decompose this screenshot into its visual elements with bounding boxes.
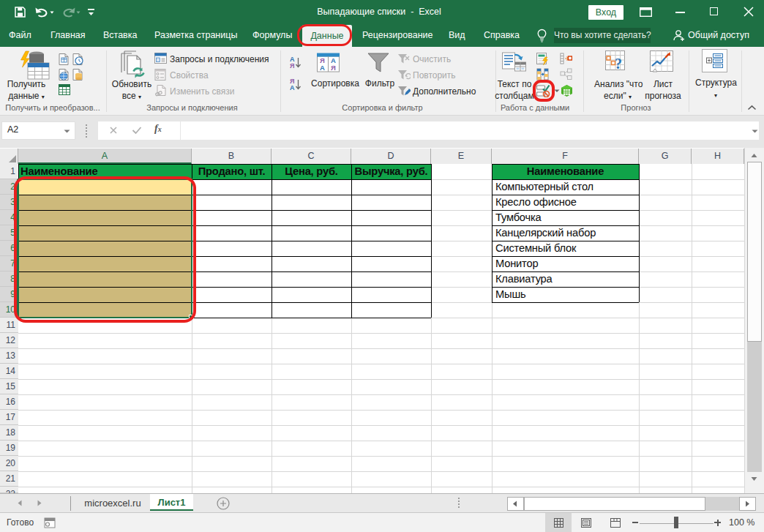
svg-text:А: А: [320, 64, 325, 72]
svg-text:А: А: [290, 84, 295, 91]
svg-text:?: ?: [615, 56, 622, 72]
svg-text:Я: Я: [290, 62, 294, 70]
svg-text:Я: Я: [331, 64, 336, 72]
